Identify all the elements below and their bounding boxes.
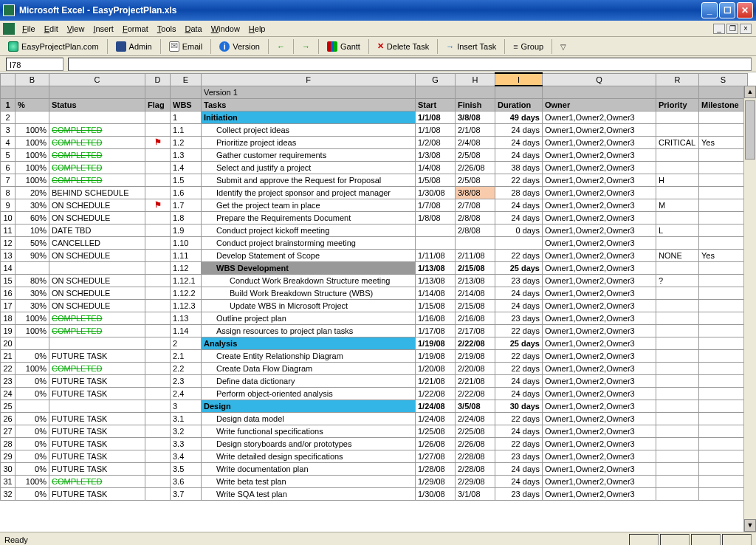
cell-pct[interactable]: 100% bbox=[16, 362, 49, 374]
row-header[interactable]: 2 bbox=[1, 111, 16, 123]
row-header[interactable]: 3 bbox=[1, 123, 16, 136]
cell-milestone[interactable]: Yes bbox=[699, 249, 748, 261]
cell-priority[interactable] bbox=[656, 299, 699, 312]
data-row[interactable]: 270%FUTURE TASK3.2Write functional speci… bbox=[1, 425, 748, 437]
data-row[interactable]: 3100%COMPLETED1.1Collect project ideas1/… bbox=[1, 123, 748, 136]
cell-milestone[interactable] bbox=[699, 148, 748, 161]
cell-finish[interactable]: 2/28/08 bbox=[456, 450, 495, 462]
cell-finish[interactable] bbox=[456, 236, 495, 249]
cell-duration[interactable]: 38 days bbox=[495, 161, 543, 174]
data-row[interactable]: 210%FUTURE TASK2.1Create Entity Relation… bbox=[1, 349, 748, 362]
cell-wbs[interactable]: 1.6 bbox=[171, 186, 202, 199]
cell-milestone[interactable] bbox=[699, 475, 748, 487]
cell-owner[interactable]: Owner1,Owner2,Owner3 bbox=[543, 123, 656, 136]
hdr-wbs[interactable]: WBS bbox=[171, 98, 202, 111]
cell-milestone[interactable] bbox=[699, 299, 748, 312]
cell-finish[interactable]: 3/5/08 bbox=[456, 400, 495, 412]
data-row[interactable]: 820%BEHIND SCHEDULE1.6Identify the proje… bbox=[1, 186, 748, 199]
data-row[interactable]: 280%FUTURE TASK3.3Design storyboards and… bbox=[1, 437, 748, 450]
row-header[interactable]: 26 bbox=[1, 412, 16, 425]
cell-status[interactable]: ON SCHEDULE bbox=[49, 299, 145, 312]
hdr-owner[interactable]: Owner bbox=[543, 98, 656, 111]
cell-pct[interactable]: 0% bbox=[16, 387, 49, 400]
cell-priority[interactable] bbox=[656, 387, 699, 400]
cell-pct[interactable]: 90% bbox=[16, 249, 49, 261]
cell-pct[interactable]: 0% bbox=[16, 425, 49, 437]
minimize-button[interactable]: _ bbox=[701, 2, 718, 18]
cell-owner[interactable]: Owner1,Owner2,Owner3 bbox=[543, 186, 656, 199]
cell-duration[interactable]: 24 days bbox=[495, 425, 543, 437]
cell-priority[interactable] bbox=[656, 400, 699, 412]
cell-start[interactable]: 1/2/08 bbox=[416, 136, 456, 148]
cell-start[interactable]: 1/20/08 bbox=[416, 362, 456, 374]
row-header[interactable]: 11 bbox=[1, 224, 16, 236]
cell-start[interactable]: 1/1/08 bbox=[416, 111, 456, 123]
cell-status[interactable]: COMPLETED bbox=[49, 475, 145, 487]
cell-wbs[interactable]: 1.10 bbox=[171, 236, 202, 249]
cell-priority[interactable] bbox=[656, 475, 699, 487]
cell-start[interactable]: 1/30/08 bbox=[416, 487, 456, 500]
cell-duration[interactable]: 24 days bbox=[495, 299, 543, 312]
cell-task[interactable]: Create Data Flow Diagram bbox=[202, 362, 416, 374]
col-header-B[interactable]: B bbox=[16, 73, 49, 86]
cell-duration[interactable]: 24 days bbox=[495, 287, 543, 299]
row-header[interactable]: 13 bbox=[1, 249, 16, 261]
column-header-row[interactable]: BCDEFGHIQRS bbox=[1, 73, 748, 86]
cell-status[interactable]: BEHIND SCHEDULE bbox=[49, 186, 145, 199]
cell-priority[interactable] bbox=[656, 362, 699, 374]
cell-milestone[interactable] bbox=[699, 261, 748, 274]
cell-flag[interactable] bbox=[145, 249, 171, 261]
cell-milestone[interactable] bbox=[699, 425, 748, 437]
cell-version[interactable]: Version 1 bbox=[202, 86, 416, 98]
cell-milestone[interactable] bbox=[699, 274, 748, 287]
cell-flag[interactable] bbox=[145, 412, 171, 425]
cell-task[interactable]: Outline project plan bbox=[202, 312, 416, 324]
cell-finish[interactable]: 2/28/08 bbox=[456, 462, 495, 475]
cell-finish[interactable]: 2/26/08 bbox=[456, 161, 495, 174]
cell-flag[interactable] bbox=[145, 450, 171, 462]
hdr-flag[interactable]: Flag bbox=[145, 98, 171, 111]
cell-finish[interactable]: 2/20/08 bbox=[456, 362, 495, 374]
cell-priority[interactable] bbox=[656, 123, 699, 136]
cell-duration[interactable]: 24 days bbox=[495, 211, 543, 224]
nav-right-button[interactable] bbox=[297, 38, 315, 55]
cell-status[interactable]: COMPLETED bbox=[49, 174, 145, 186]
cell-flag[interactable] bbox=[145, 236, 171, 249]
cell-pct[interactable]: 0% bbox=[16, 487, 49, 500]
data-row[interactable]: 260%FUTURE TASK3.1Design data model1/24/… bbox=[1, 412, 748, 425]
menu-tools[interactable]: Tools bbox=[153, 23, 181, 35]
row-header[interactable]: 9 bbox=[1, 199, 16, 211]
cell-finish[interactable]: 2/16/08 bbox=[456, 312, 495, 324]
data-row[interactable]: 1110%DATE TBD1.9Conduct project kickoff … bbox=[1, 224, 748, 236]
cell-wbs[interactable]: 1.12.3 bbox=[171, 299, 202, 312]
cell-finish[interactable]: 2/14/08 bbox=[456, 287, 495, 299]
row-header[interactable]: 27 bbox=[1, 425, 16, 437]
cell-finish[interactable]: 2/7/08 bbox=[456, 199, 495, 211]
cell-milestone[interactable] bbox=[699, 462, 748, 475]
cell-flag[interactable] bbox=[145, 224, 171, 236]
cell-priority[interactable] bbox=[656, 261, 699, 274]
cell-start[interactable]: 1/21/08 bbox=[416, 374, 456, 387]
data-row[interactable]: 300%FUTURE TASK3.5Write documentation pl… bbox=[1, 462, 748, 475]
cell-duration[interactable]: 30 days bbox=[495, 400, 543, 412]
data-row[interactable]: 18100%COMPLETED1.13Outline project plan1… bbox=[1, 312, 748, 324]
filter-button[interactable] bbox=[555, 38, 571, 55]
data-row[interactable]: 1580%ON SCHEDULE1.12.1Conduct Work Break… bbox=[1, 274, 748, 287]
col-header-S[interactable]: S bbox=[699, 73, 748, 86]
cell-finish[interactable]: 2/8/08 bbox=[456, 211, 495, 224]
data-row[interactable]: 5100%COMPLETED1.3Gather customer require… bbox=[1, 148, 748, 161]
cell-start[interactable]: 1/13/08 bbox=[416, 274, 456, 287]
row-header[interactable]: 24 bbox=[1, 387, 16, 400]
cell-start[interactable]: 1/26/08 bbox=[416, 437, 456, 450]
cell-finish[interactable]: 3/1/08 bbox=[456, 487, 495, 500]
row-header[interactable]: 15 bbox=[1, 274, 16, 287]
cell-finish[interactable]: 2/1/08 bbox=[456, 123, 495, 136]
cell-status[interactable]: COMPLETED bbox=[49, 123, 145, 136]
cell-finish[interactable]: 2/13/08 bbox=[456, 274, 495, 287]
cell-owner[interactable]: Owner1,Owner2,Owner3 bbox=[543, 462, 656, 475]
cell-owner[interactable]: Owner1,Owner2,Owner3 bbox=[543, 236, 656, 249]
cell-owner[interactable]: Owner1,Owner2,Owner3 bbox=[543, 161, 656, 174]
row-header[interactable]: 10 bbox=[1, 211, 16, 224]
cell-status[interactable]: ON SCHEDULE bbox=[49, 287, 145, 299]
cell-status[interactable]: COMPLETED bbox=[49, 312, 145, 324]
